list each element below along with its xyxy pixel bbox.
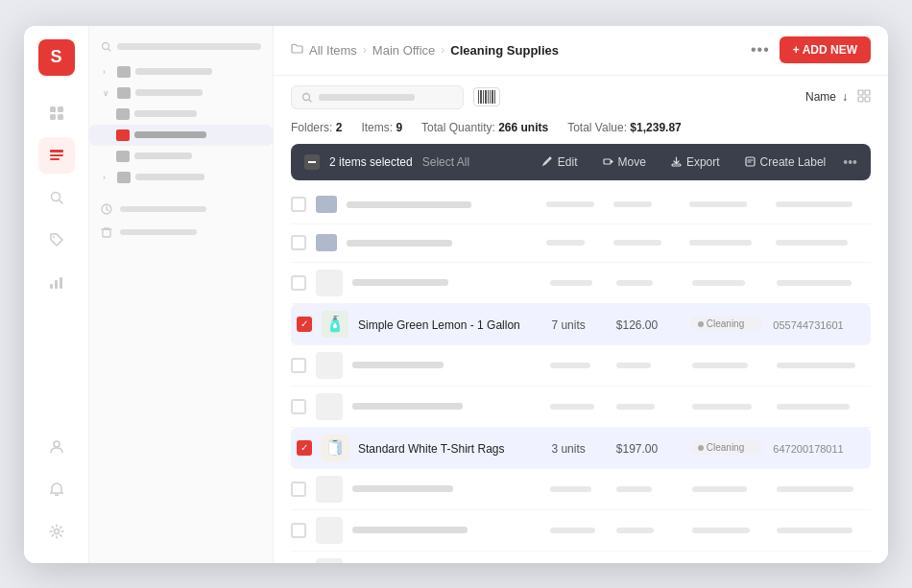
- row-barcode-col-8: [777, 486, 871, 492]
- search-box[interactable]: [291, 85, 464, 109]
- row-name-placeholder-2: [347, 240, 452, 247]
- table-row-simple-green[interactable]: 🧴 Simple Green Lemon - 1 Gallon 7 units …: [291, 304, 871, 345]
- app-logo[interactable]: S: [38, 39, 75, 76]
- table-row-rags[interactable]: 🧻 Standard White T-Shirt Rags 3 units $1…: [291, 428, 871, 469]
- row-checkbox-4[interactable]: [297, 317, 312, 332]
- row-checkbox-7[interactable]: [297, 440, 312, 456]
- toolbar-more-button[interactable]: •••: [843, 154, 857, 170]
- row-checkbox-6[interactable]: [291, 399, 306, 414]
- name-sort-label: Name: [805, 90, 836, 104]
- tree-item-1[interactable]: ›: [89, 61, 273, 82]
- barcode-scan-button[interactable]: [473, 87, 500, 106]
- tree-sub-item-2[interactable]: [89, 146, 273, 167]
- row-checkbox-9[interactable]: [291, 523, 306, 538]
- row-name-text-7: Standard White T-Shirt Rags: [358, 442, 505, 456]
- row-tag-badge-7: Cleaning: [690, 440, 764, 455]
- tree-sub-item-1[interactable]: [89, 104, 273, 125]
- tree-label-2: [135, 89, 203, 96]
- breadcrumb-all-items[interactable]: All Items: [309, 43, 357, 58]
- row-name-col-8: [352, 485, 540, 492]
- selected-count: 2 items selected: [329, 155, 413, 169]
- sidebar-item-user[interactable]: [38, 429, 75, 465]
- deselect-all-button[interactable]: [304, 154, 320, 170]
- sidebar-item-settings[interactable]: [38, 513, 75, 550]
- tree-item-2[interactable]: ∨: [89, 82, 273, 104]
- trash-placeholder: [120, 229, 197, 235]
- create-label-button[interactable]: Create Label: [737, 152, 834, 173]
- sidebar-item-inventory[interactable]: [38, 137, 75, 174]
- sidebar-item-search[interactable]: [38, 179, 75, 216]
- select-all-button[interactable]: Select All: [422, 155, 469, 169]
- row-qty-col-6: [550, 404, 607, 410]
- row-price-col-8: [616, 486, 683, 492]
- row-barcode-col-3: [777, 280, 871, 286]
- table-row[interactable]: [291, 552, 871, 563]
- add-new-button[interactable]: + ADD NEW: [780, 36, 871, 63]
- row-name-placeholder-8: [352, 485, 453, 492]
- tree-chevron-1: ›: [103, 67, 112, 77]
- sidebar-item-reports[interactable]: [38, 264, 75, 300]
- row-checkbox-3[interactable]: [291, 275, 306, 291]
- table-row[interactable]: [291, 186, 871, 224]
- row-tag-col-3: [692, 280, 767, 286]
- table-row[interactable]: [291, 263, 871, 304]
- row-tag-dot-4: [698, 321, 704, 327]
- row-qty-placeholder-1: [546, 201, 594, 207]
- view-toggle-button[interactable]: [857, 89, 871, 106]
- row-checkbox-2[interactable]: [291, 235, 306, 250]
- row-barcode-placeholder-3: [777, 280, 852, 286]
- breadcrumb-current: Cleaning Supplies: [450, 43, 559, 58]
- row-qty-col-9: [550, 528, 607, 533]
- row-checkbox-1[interactable]: [291, 197, 306, 212]
- tree-sub-label-active: [134, 131, 206, 138]
- svg-rect-11: [55, 280, 58, 289]
- row-checkbox-8[interactable]: [291, 482, 306, 497]
- sidebar-item-notifications[interactable]: [38, 471, 75, 507]
- svg-rect-23: [858, 97, 863, 102]
- sidebar-item-grid[interactable]: [38, 95, 75, 131]
- edit-button[interactable]: Edit: [535, 152, 586, 173]
- stats-bar: Folders: 2 Items: 9 Total Quantity: 266 …: [274, 117, 888, 144]
- row-price-placeholder-3: [616, 280, 653, 286]
- svg-rect-6: [50, 158, 60, 160]
- row-tag-col-4: Cleaning: [690, 317, 764, 331]
- row-qty-col-1: [546, 201, 604, 207]
- row-name-placeholder-3: [352, 279, 448, 286]
- row-name-text-4: Simple Green Lemon - 1 Gallon: [358, 318, 520, 332]
- row-price-placeholder-5: [616, 363, 651, 368]
- row-name-col-4: Simple Green Lemon - 1 Gallon: [358, 316, 541, 333]
- row-tag-col-9: [692, 528, 767, 533]
- export-icon: [671, 156, 682, 167]
- row-barcode-col-7: 647200178011: [773, 439, 865, 457]
- row-barcode-placeholder-6: [777, 404, 850, 410]
- tree-item-3[interactable]: ›: [89, 167, 273, 188]
- name-sort-button[interactable]: Name ↓: [805, 90, 848, 104]
- search-area: Name ↓: [274, 76, 888, 117]
- folders-stat: Folders: 2: [291, 121, 342, 134]
- row-barcode-placeholder-1: [776, 201, 852, 207]
- row-tag-col-5: [692, 363, 767, 368]
- breadcrumb-main-office[interactable]: Main Office: [372, 43, 436, 58]
- move-button[interactable]: Move: [595, 152, 654, 173]
- table-row[interactable]: [291, 387, 871, 428]
- table-row[interactable]: [291, 224, 871, 263]
- more-options-button[interactable]: •••: [751, 41, 770, 59]
- table-row[interactable]: [291, 469, 871, 510]
- row-checkbox-5[interactable]: [291, 358, 306, 373]
- row-price-col-2: [613, 240, 680, 246]
- tree-sub-item-active[interactable]: [89, 125, 273, 146]
- row-tag-text-7: Cleaning: [707, 442, 744, 453]
- table-row[interactable]: [291, 345, 871, 387]
- row-price-col-9: [616, 528, 683, 533]
- svg-point-9: [53, 236, 55, 238]
- row-tag-placeholder-6: [692, 404, 752, 410]
- svg-point-13: [54, 441, 60, 447]
- table-row[interactable]: [291, 510, 871, 552]
- row-barcode-col-5: [777, 363, 871, 368]
- row-thumb-6: [316, 393, 343, 420]
- tree-chevron-2: ∨: [103, 88, 112, 98]
- export-button[interactable]: Export: [663, 152, 728, 173]
- create-label-label: Create Label: [760, 155, 827, 169]
- sidebar-item-tags[interactable]: [38, 222, 75, 258]
- row-qty-placeholder-5: [550, 363, 590, 368]
